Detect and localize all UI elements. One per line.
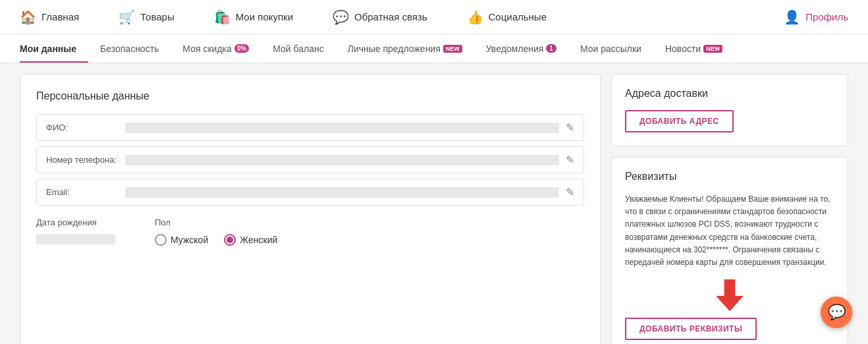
gender-male[interactable]: Мужской bbox=[155, 234, 208, 246]
like-icon: 👍 bbox=[467, 9, 483, 25]
offers-badge: NEW bbox=[443, 45, 462, 53]
tab-mailings[interactable]: Мои рассылки bbox=[568, 34, 653, 63]
tab-balance-label: Мой баланс bbox=[273, 43, 324, 54]
red-arrow-icon bbox=[713, 279, 746, 312]
fio-value bbox=[125, 123, 559, 133]
add-address-button[interactable]: ДОБАВИТЬ АДРЕС bbox=[625, 110, 734, 132]
gender-label: Пол bbox=[155, 217, 277, 227]
email-field-row: Email: ✎ bbox=[36, 179, 584, 206]
email-edit-icon[interactable]: ✎ bbox=[566, 186, 574, 198]
birth-gender-section: Дата рождения Пол Мужской Женский bbox=[36, 217, 584, 246]
sub-navigation: Мои данные Безопасность Моя скидка 0% Мо… bbox=[0, 34, 868, 63]
tab-security[interactable]: Безопасность bbox=[88, 34, 171, 63]
gender-male-label: Мужской bbox=[171, 235, 208, 245]
requisites-card: Реквизиты Уважаемые Клиенты! Обращаем Ва… bbox=[611, 157, 848, 344]
cart-icon: 🛒 bbox=[119, 9, 135, 25]
gender-female[interactable]: Женский bbox=[224, 234, 277, 246]
tab-notifications-label: Уведомления bbox=[486, 43, 544, 54]
phone-edit-icon[interactable]: ✎ bbox=[566, 154, 574, 166]
fio-edit-icon[interactable]: ✎ bbox=[566, 121, 574, 134]
phone-label: Номер телефона: bbox=[46, 155, 125, 165]
news-badge: NEW bbox=[703, 45, 722, 53]
email-label: Email: bbox=[46, 187, 125, 197]
tab-my-data-label: Мои данные bbox=[20, 43, 76, 54]
nav-social-label: Социальные bbox=[489, 11, 547, 22]
nav-social[interactable]: 👍 Социальные bbox=[447, 0, 566, 34]
tab-offers-label: Личные предложения bbox=[348, 43, 441, 54]
requisites-card-title: Реквизиты bbox=[625, 171, 834, 183]
nav-home[interactable]: 🏠 Главная bbox=[20, 0, 99, 34]
add-requisites-button[interactable]: ДОБАВИТЬ РЕКВИЗИТЫ bbox=[625, 318, 757, 340]
requisites-text: Уважаемые Клиенты! Обращаем Ваше внимани… bbox=[625, 193, 834, 269]
gender-female-label: Женский bbox=[240, 235, 277, 245]
home-icon: 🏠 bbox=[20, 9, 36, 25]
nav-purchases-label: Мои покупки bbox=[236, 11, 293, 22]
nav-goods-label: Товары bbox=[140, 11, 175, 22]
bag-icon: 🛍️ bbox=[214, 9, 231, 25]
main-content: Персональные данные ФИО: ✎ Номер телефон… bbox=[0, 63, 868, 344]
radio-male-icon bbox=[155, 234, 167, 246]
delivery-card-title: Адреса доставки bbox=[625, 88, 834, 100]
nav-goods[interactable]: 🛒 Товары bbox=[99, 0, 194, 34]
tab-news[interactable]: Новости NEW bbox=[653, 34, 734, 63]
personal-data-panel: Персональные данные ФИО: ✎ Номер телефон… bbox=[20, 74, 601, 344]
chat-icon: 💬 bbox=[333, 9, 349, 25]
right-panel: Адреса доставки ДОБАВИТЬ АДРЕС Реквизиты… bbox=[611, 74, 848, 344]
tab-security-label: Безопасность bbox=[100, 43, 159, 54]
radio-female-icon bbox=[224, 234, 236, 246]
user-icon: 👤 bbox=[784, 9, 800, 25]
chat-support-icon: 💬 bbox=[828, 304, 846, 321]
tab-notifications[interactable]: Уведомления 1 bbox=[474, 34, 568, 63]
gender-section: Пол Мужской Женский bbox=[155, 217, 277, 246]
phone-value bbox=[125, 155, 559, 165]
nav-home-label: Главная bbox=[41, 11, 79, 22]
email-value bbox=[125, 187, 559, 198]
nav-feedback[interactable]: 💬 Обратная связь bbox=[313, 0, 447, 34]
tab-news-label: Новости bbox=[665, 43, 701, 54]
birth-value bbox=[36, 234, 115, 244]
chat-support-button[interactable]: 💬 bbox=[821, 297, 852, 328]
phone-field-row: Номер телефона: ✎ bbox=[36, 146, 584, 173]
tab-mailings-label: Мои рассылки bbox=[580, 43, 641, 54]
top-navigation: 🏠 Главная 🛒 Товары 🛍️ Мои покупки 💬 Обра… bbox=[0, 0, 868, 34]
tab-balance[interactable]: Мой баланс bbox=[261, 34, 336, 63]
fio-field-row: ФИО: ✎ bbox=[36, 114, 584, 141]
tab-discount-label: Моя скидка bbox=[182, 43, 231, 54]
personal-data-title: Персональные данные bbox=[36, 90, 584, 102]
delivery-card: Адреса доставки ДОБАВИТЬ АДРЕС bbox=[611, 74, 848, 146]
birth-label: Дата рождения bbox=[36, 217, 115, 227]
tab-offers[interactable]: Личные предложения NEW bbox=[336, 34, 474, 63]
nav-feedback-label: Обратная связь bbox=[354, 11, 427, 22]
svg-marker-0 bbox=[716, 279, 744, 311]
nav-profile[interactable]: 👤 Профиль bbox=[764, 0, 848, 34]
notifications-badge: 1 bbox=[546, 44, 556, 53]
discount-badge: 0% bbox=[234, 44, 249, 53]
fio-label: ФИО: bbox=[46, 123, 125, 132]
gender-options: Мужской Женский bbox=[155, 234, 277, 246]
nav-profile-label: Профиль bbox=[805, 11, 848, 22]
tab-my-data[interactable]: Мои данные bbox=[20, 34, 88, 63]
nav-purchases[interactable]: 🛍️ Мои покупки bbox=[194, 0, 313, 34]
arrow-container bbox=[625, 279, 834, 312]
birth-section: Дата рождения bbox=[36, 217, 115, 246]
tab-discount[interactable]: Моя скидка 0% bbox=[171, 34, 261, 63]
